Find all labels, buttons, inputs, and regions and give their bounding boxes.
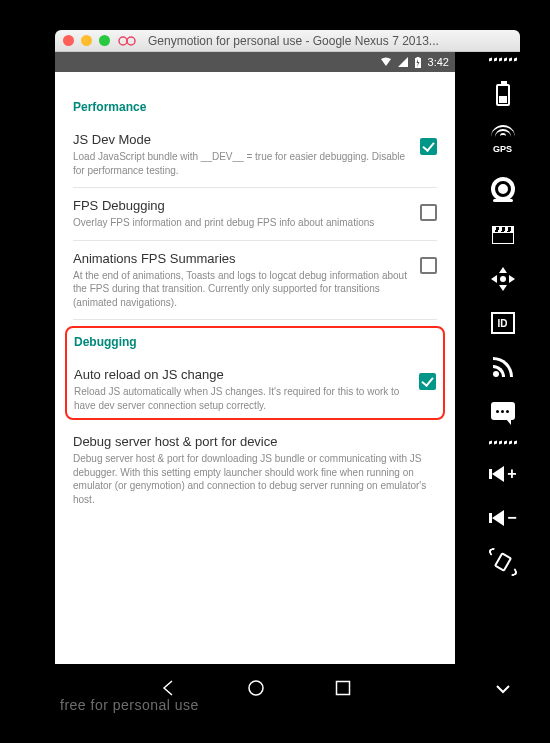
section-header-debugging: Debugging xyxy=(74,335,436,349)
svg-rect-3 xyxy=(416,57,419,59)
nav-home-icon[interactable] xyxy=(247,679,265,697)
signal-icon xyxy=(398,57,408,67)
volume-down-icon[interactable]: − xyxy=(489,504,517,532)
close-icon[interactable] xyxy=(63,35,74,46)
row-desc: Reload JS automatically when JS changes.… xyxy=(74,385,409,412)
genymotion-sidebar: GPS ID + − xyxy=(475,52,530,712)
identifiers-icon[interactable]: ID xyxy=(489,309,517,337)
sidebar-grip-icon xyxy=(489,441,517,444)
row-desc: Load JavaScript bundle with __DEV__ = tr… xyxy=(73,150,410,177)
network-icon[interactable] xyxy=(489,353,517,381)
checkbox-auto-reload[interactable] xyxy=(419,373,436,390)
rotate-icon[interactable] xyxy=(489,548,517,576)
device-screen: 3:42 Performance JS Dev Mode Load JavaSc… xyxy=(55,52,455,712)
checkbox-anim-fps[interactable] xyxy=(420,257,437,274)
battery-icon[interactable] xyxy=(489,77,517,105)
battery-charging-icon xyxy=(414,57,422,68)
window-title: Genymotion for personal use - Google Nex… xyxy=(148,34,512,48)
watermark-text: free for personal use xyxy=(60,697,199,713)
checkbox-fps-debugging[interactable] xyxy=(420,204,437,221)
row-title: FPS Debugging xyxy=(73,198,410,213)
minimize-icon[interactable] xyxy=(81,35,92,46)
wifi-icon xyxy=(380,57,392,67)
nav-back-icon[interactable] xyxy=(159,679,177,697)
row-desc: At the end of animations, Toasts and log… xyxy=(73,269,410,310)
sidebar-grip-icon xyxy=(489,58,517,61)
traffic-lights[interactable] xyxy=(63,35,110,46)
statusbar-time: 3:42 xyxy=(428,56,449,68)
row-js-dev-mode[interactable]: JS Dev Mode Load JavaScript bundle with … xyxy=(73,122,437,188)
android-status-bar: 3:42 xyxy=(55,52,455,72)
camera-icon[interactable] xyxy=(489,173,517,205)
screencast-icon[interactable] xyxy=(489,221,517,249)
row-fps-debugging[interactable]: FPS Debugging Overlay FPS information an… xyxy=(73,188,437,241)
svg-point-0 xyxy=(119,37,127,45)
row-anim-fps[interactable]: Animations FPS Summaries At the end of a… xyxy=(73,241,437,321)
svg-rect-5 xyxy=(337,682,350,695)
dpad-icon[interactable] xyxy=(489,265,517,293)
row-title: Debug server host & port for device xyxy=(73,434,437,449)
highlighted-debugging-section: Debugging Auto reload on JS change Reloa… xyxy=(65,326,445,420)
svg-point-1 xyxy=(127,37,135,45)
row-debug-server[interactable]: Debug server host & port for device Debu… xyxy=(73,424,437,516)
row-desc: Debug server host & port for downloading… xyxy=(73,452,437,506)
volume-up-icon[interactable]: + xyxy=(489,460,517,488)
window-titlebar: Genymotion for personal use - Google Nex… xyxy=(55,30,520,52)
chevron-down-icon[interactable] xyxy=(489,676,517,704)
sms-icon[interactable] xyxy=(489,397,517,425)
gps-icon[interactable]: GPS xyxy=(489,121,517,157)
zoom-icon[interactable] xyxy=(99,35,110,46)
row-auto-reload[interactable]: Auto reload on JS change Reload JS autom… xyxy=(74,357,436,416)
genymotion-logo-icon xyxy=(118,35,138,47)
row-title: JS Dev Mode xyxy=(73,132,410,147)
row-title: Animations FPS Summaries xyxy=(73,251,410,266)
checkbox-js-dev-mode[interactable] xyxy=(420,138,437,155)
svg-point-4 xyxy=(249,681,263,695)
section-header-performance: Performance xyxy=(73,100,437,114)
row-desc: Overlay FPS information and print debug … xyxy=(73,216,410,230)
row-title: Auto reload on JS change xyxy=(74,367,409,382)
settings-content[interactable]: Performance JS Dev Mode Load JavaScript … xyxy=(55,72,455,662)
nav-recents-icon[interactable] xyxy=(335,680,351,696)
